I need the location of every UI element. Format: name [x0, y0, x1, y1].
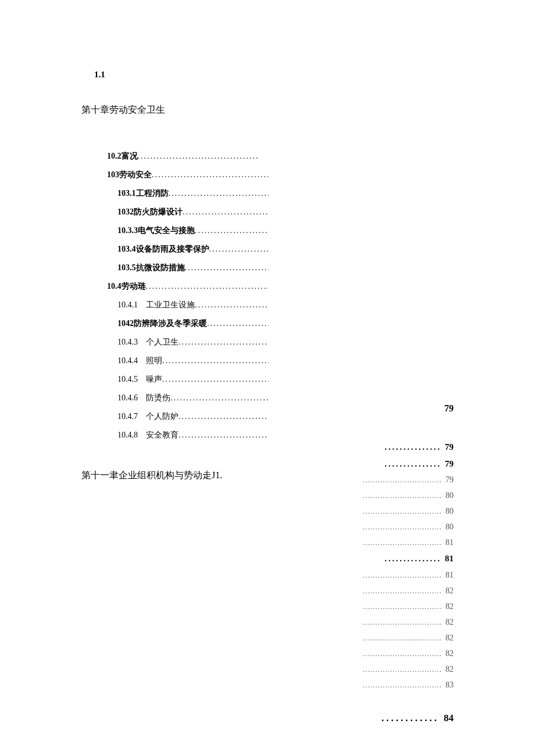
toc-entry: 10.4.3 个人卫生.............................…	[117, 337, 269, 347]
page-num: 82	[445, 600, 454, 612]
toc-entry: 10.3.3电气安全与接胞...........................…	[117, 225, 269, 236]
page-num: 82	[445, 616, 454, 628]
toc-entry: 103.5抗微设防措施 ............................…	[117, 263, 269, 273]
leader-dots: ................................	[363, 521, 442, 533]
toc-page-entry: ................................80	[363, 489, 454, 501]
toc-entry: 10.4.7 个人防妒.............................…	[117, 411, 269, 422]
leader-dots: ........................................…	[152, 170, 268, 180]
page-num: 81	[445, 536, 454, 549]
toc-left-column: 10.2富况..................................…	[81, 151, 454, 440]
leader-dots: ........................................…	[162, 375, 269, 384]
page-num: 81	[445, 569, 454, 581]
toc-right-column: ...............79...............79......…	[363, 440, 454, 694]
toc-page-entry: ................................79	[363, 474, 454, 486]
page-num: 79	[445, 474, 454, 486]
page-num: 84	[444, 712, 454, 724]
toc-entry: 10.4.8 安全教育.............................…	[117, 430, 269, 440]
page-num: 80	[445, 489, 454, 501]
page-num: 79	[445, 440, 454, 454]
toc-label: 1042防辨降涉及冬季采暖	[117, 318, 207, 329]
toc-page-entry: ................................82	[363, 585, 454, 597]
leader-dots: ...............	[385, 458, 442, 470]
leader-dots: ................................	[363, 648, 442, 660]
toc-entry: 103.4设备防雨及接零保护..........................…	[117, 244, 269, 255]
toc-entry: 1032防火防爆设计 .............................…	[117, 207, 269, 217]
toc-entry: 1042防辨降涉及冬季采暖...........................…	[117, 318, 269, 329]
toc-page-entry: ................................80	[363, 505, 454, 517]
toc-label: 10.4.4 照明	[117, 356, 162, 366]
toc-page-entry: ................................82	[363, 647, 454, 660]
leader-dots: ........................................…	[162, 356, 269, 366]
toc-label: 10.2富况	[107, 151, 138, 162]
leader-dots: ................................	[363, 490, 442, 501]
toc-label: 10.4.7 个人防妒	[117, 411, 179, 422]
leader-dots: ........................................…	[179, 338, 269, 347]
leader-dots: ................................	[363, 632, 442, 644]
toc-page-entry: ................................81	[363, 536, 454, 549]
page-num: 81	[445, 552, 454, 565]
toc-page-entry: ...............79	[363, 440, 454, 454]
leader-dots: ................................	[363, 506, 442, 517]
leader-dots: ........................................…	[195, 226, 269, 235]
toc-label: 103.4设备防雨及接零保护	[117, 244, 209, 255]
leader-dots: ........................................…	[195, 300, 269, 310]
document-page: 1.1 第十章劳动安全卫生 10.2富况....................…	[0, 0, 535, 528]
leader-dots: ................................	[363, 601, 442, 612]
toc-entry: 10.4.4 照明...............................…	[117, 356, 269, 366]
leader-dots: ...............	[385, 553, 442, 565]
leader-dots: ............	[381, 712, 439, 724]
page-num: 82	[445, 585, 454, 597]
toc-entry: 10.4.6 防烫伤..............................…	[117, 393, 269, 403]
toc-label: 10.4.8 安全教育	[117, 430, 179, 440]
leader-dots: ................................	[363, 617, 442, 628]
toc-page-entry: ................................82	[363, 600, 454, 612]
toc-label: 10.4.5 噪声	[117, 374, 162, 385]
toc-entry: 10.4.5 噪声 ..............................…	[117, 374, 269, 385]
section-number: 1.1	[94, 70, 454, 80]
leader-dots: ...............	[385, 441, 442, 453]
leader-dots: ........................................…	[138, 152, 259, 161]
toc-entry: 103.1工程消防...............................…	[117, 188, 269, 199]
toc-page-entry: ................................82	[363, 616, 454, 628]
leader-dots: ........................................…	[179, 431, 269, 440]
leader-dots: ................................	[363, 569, 442, 581]
toc-label: 103劳动安全	[107, 170, 152, 180]
toc-label: 10.4.3 个人卫生	[117, 337, 179, 347]
leader-dots: ........................................…	[183, 207, 269, 217]
toc-label: 1032防火防爆设计	[117, 207, 183, 217]
page-number-top: 79	[444, 403, 454, 414]
toc-label: 10.4劳动琏	[107, 281, 146, 292]
toc-page-entry: ................................81	[363, 569, 454, 581]
toc-entry: 103劳动安全 ................................…	[107, 170, 268, 180]
leader-dots: ........................................…	[169, 189, 269, 198]
leader-dots: ........................................…	[209, 245, 269, 254]
leader-dots: ........................................…	[179, 412, 269, 421]
toc-page-entry: ................................83	[363, 679, 454, 691]
page-num: 80	[445, 521, 454, 533]
page-num: 80	[445, 505, 454, 517]
page-num: 79	[445, 457, 454, 471]
toc-page-entry: ................................82	[363, 632, 454, 644]
page-num: 83	[445, 679, 454, 691]
leader-dots: ........................................…	[185, 263, 269, 273]
toc-label: 10.4.6 防烫伤	[117, 393, 170, 403]
toc-entry: 10.2富况..................................…	[107, 151, 258, 162]
toc-entry: 10.4劳动琏.................................…	[107, 281, 268, 292]
leader-dots: ........................................…	[207, 319, 269, 328]
page-num: 82	[445, 632, 454, 644]
page-num: 82	[445, 663, 454, 675]
leader-dots: ................................	[363, 474, 442, 486]
leader-dots: ................................	[363, 537, 442, 549]
leader-dots: ........................................…	[146, 282, 269, 291]
page-number-bottom: ............ 84	[381, 712, 454, 724]
toc-label: 103.1工程消防	[117, 188, 169, 199]
leader-dots: ................................	[363, 585, 442, 597]
toc-label: 10.3.3电气安全与接胞	[117, 225, 195, 236]
toc-page-entry: ...............79	[363, 457, 454, 471]
toc-label: 10.4.1 工业卫生设施	[117, 300, 195, 310]
toc-page-entry: ...............81	[363, 552, 454, 565]
toc-page-entry: ................................82	[363, 663, 454, 675]
toc-entry: 10.4.1 工业卫生设施...........................…	[117, 300, 269, 310]
page-num: 82	[445, 647, 454, 660]
toc-page-entry: ................................80	[363, 521, 454, 533]
